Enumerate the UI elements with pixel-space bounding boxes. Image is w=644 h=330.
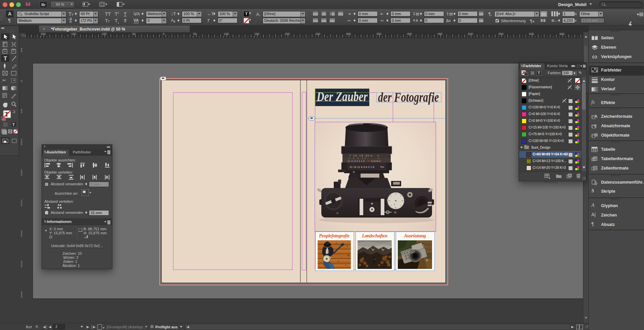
svg-text:✂: ✂ <box>2 78 6 83</box>
svg-text:A: A <box>594 114 598 119</box>
svg-text:¶: ¶ <box>594 124 597 129</box>
svg-text:T: T <box>12 123 15 127</box>
svg-text:T: T <box>4 56 7 61</box>
